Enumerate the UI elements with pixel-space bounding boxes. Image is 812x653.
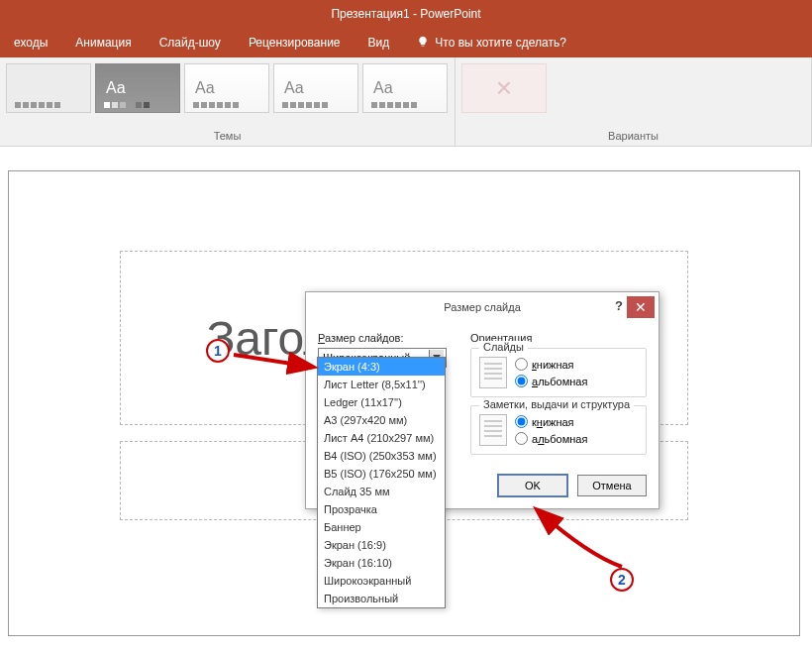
- dropdown-option[interactable]: Экран (16:9): [318, 536, 445, 554]
- dropdown-option[interactable]: Произвольный: [318, 590, 445, 607]
- tab-view[interactable]: Вид: [355, 28, 404, 57]
- callout-1: 1: [206, 339, 230, 363]
- dialog-titlebar[interactable]: Размер слайда ? ✕: [306, 292, 659, 322]
- ribbon-tabs: еходы Анимация Слайд-шоу Рецензирование …: [0, 28, 812, 57]
- group-label-themes: Темы: [0, 128, 455, 146]
- app-title: Презентация1 - PowerPoint: [331, 7, 480, 21]
- dropdown-option[interactable]: B5 (ISO) (176x250 мм): [318, 465, 445, 483]
- theme-thumb[interactable]: Aa: [362, 63, 448, 113]
- dropdown-option[interactable]: Слайд 35 мм: [318, 483, 445, 500]
- slide-size-dropdown[interactable]: Экран (4:3)Лист Letter (8,5x11'')Ledger …: [317, 357, 446, 608]
- page-icon: [479, 414, 507, 446]
- tab-slideshow[interactable]: Слайд-шоу: [146, 28, 235, 57]
- dropdown-option[interactable]: Экран (4:3): [318, 358, 445, 376]
- theme-thumb[interactable]: Aa: [273, 63, 358, 113]
- dropdown-option[interactable]: A3 (297x420 мм): [318, 411, 445, 429]
- tell-me-search[interactable]: Что вы хотите сделать?: [403, 36, 566, 51]
- dropdown-option[interactable]: Ledger (11x17''): [318, 393, 445, 411]
- x-icon: ×: [496, 72, 512, 104]
- theme-thumb[interactable]: [6, 63, 91, 113]
- variant-thumb[interactable]: ×: [461, 63, 547, 113]
- fieldset-slides: Слайды книжная альбомная: [470, 348, 647, 397]
- tab-animation[interactable]: Анимация: [61, 28, 145, 57]
- dialog-right-column: Ориентация Слайды книжная альбомная: [470, 332, 647, 463]
- dropdown-option[interactable]: Широкоэкранный: [318, 572, 445, 590]
- dropdown-option[interactable]: Экран (16:10): [318, 554, 445, 572]
- themes-gallery: Aa Aa Aa Aa: [0, 57, 455, 128]
- ribbon: Aa Aa Aa Aa Темы × Варианты: [0, 57, 812, 147]
- help-button[interactable]: ?: [615, 298, 623, 313]
- radio-input[interactable]: [515, 432, 528, 445]
- cancel-button[interactable]: Отмена: [577, 475, 647, 496]
- titlebar: Презентация1 - PowerPoint: [0, 0, 812, 28]
- dropdown-option[interactable]: Баннер: [318, 518, 445, 536]
- tab-review[interactable]: Рецензирование: [235, 28, 355, 57]
- radio-slides-portrait[interactable]: книжная: [515, 358, 587, 371]
- close-button[interactable]: ✕: [627, 296, 655, 318]
- size-label: Размер слайдов:: [318, 332, 457, 344]
- notes-legend: Заметки, выдачи и структура: [479, 398, 634, 410]
- slides-legend: Слайды: [479, 341, 528, 353]
- callout-2: 2: [610, 568, 634, 592]
- close-icon: ✕: [635, 299, 647, 315]
- tab-transitions[interactable]: еходы: [0, 28, 61, 57]
- dropdown-option[interactable]: Прозрачка: [318, 500, 445, 518]
- fieldset-notes: Заметки, выдачи и структура книжная альб…: [470, 405, 647, 455]
- radio-slides-landscape[interactable]: альбомная: [515, 375, 587, 387]
- dropdown-option[interactable]: Лист Letter (8,5x11''): [318, 376, 445, 393]
- bulb-icon: [417, 36, 429, 51]
- radio-notes-portrait[interactable]: книжная: [515, 415, 587, 428]
- dialog-title-text: Размер слайда: [444, 301, 521, 313]
- ok-button[interactable]: OK: [498, 475, 567, 496]
- variants-gallery: ×: [456, 57, 811, 128]
- ribbon-group-variants: × Варианты: [456, 57, 812, 146]
- theme-thumb[interactable]: Aa: [184, 63, 269, 113]
- group-label-variants: Варианты: [456, 128, 811, 146]
- page-icon: [479, 357, 507, 388]
- radio-notes-landscape[interactable]: альбомная: [515, 432, 587, 445]
- radio-input[interactable]: [515, 375, 528, 387]
- tell-me-label: Что вы хотите сделать?: [435, 36, 566, 50]
- theme-thumb[interactable]: Aa: [95, 63, 180, 113]
- radio-input[interactable]: [515, 358, 528, 371]
- dropdown-option[interactable]: Лист A4 (210x297 мм): [318, 429, 445, 447]
- ribbon-group-themes: Aa Aa Aa Aa Темы: [0, 57, 456, 146]
- dropdown-option[interactable]: B4 (ISO) (250x353 мм): [318, 447, 445, 465]
- radio-input[interactable]: [515, 415, 528, 428]
